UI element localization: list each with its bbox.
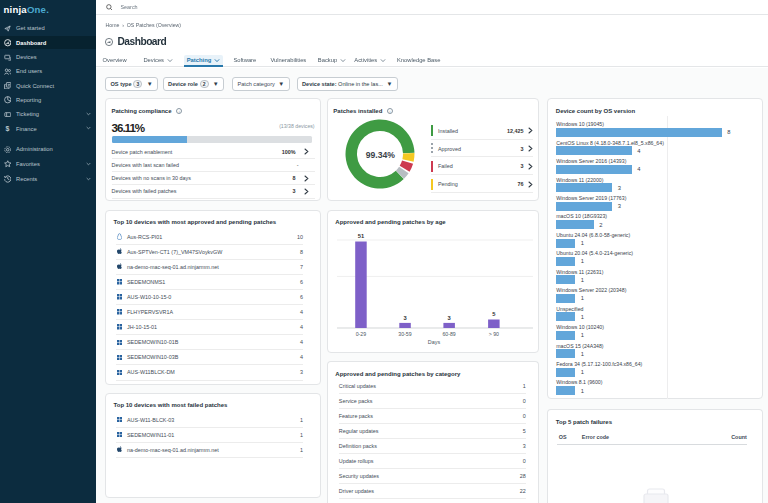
svg-text:60-89: 60-89 — [442, 331, 455, 337]
svg-text:0-29: 0-29 — [356, 331, 366, 337]
svg-text:Days: Days — [428, 339, 441, 345]
svg-text:3: 3 — [403, 315, 406, 321]
svg-text:3: 3 — [447, 315, 450, 321]
svg-text:> 90: > 90 — [488, 331, 498, 337]
svg-text:5: 5 — [492, 311, 496, 317]
svg-text:51: 51 — [357, 233, 364, 239]
svg-text:30-59: 30-59 — [398, 331, 411, 337]
